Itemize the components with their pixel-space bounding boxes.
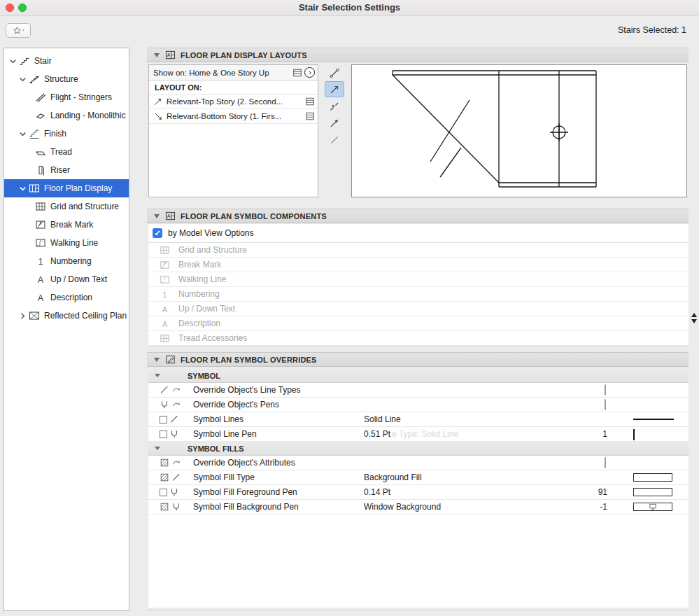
stair-plan-preview[interactable]	[351, 64, 687, 197]
sidebar-item-landing-monolithic[interactable]: Landing - Monolithic	[4, 106, 129, 125]
chevron-down-icon[interactable]	[18, 130, 27, 139]
collapse-triangle-icon[interactable]	[154, 53, 160, 57]
sidebar-item-flight-stringers[interactable]: Flight - Stringers	[4, 88, 129, 106]
flight-stringers-icon	[35, 92, 46, 103]
up-down-text-icon	[35, 274, 46, 285]
layouts-section-header[interactable]: FLOOR PLAN DISPLAY LAYOUTS	[147, 48, 689, 62]
line-type-preview[interactable]	[633, 419, 674, 420]
fill-bg-pen-swatch[interactable]	[633, 503, 672, 511]
override-label: Override Object's Attributes	[193, 458, 295, 468]
symbol-group-header[interactable]: SYMBOL	[148, 369, 689, 383]
component-label: Numbering	[178, 289, 220, 299]
override-row-symbol-line-pen: Symbol Line Pen 0.51 Pte Type: Solid Lin…	[148, 427, 689, 442]
component-label: Tread Accessories	[178, 333, 247, 343]
fill-fg-pen-swatch[interactable]	[633, 488, 672, 496]
star-icon	[13, 26, 22, 35]
sidebar-item-stair[interactable]: Stair	[4, 52, 129, 70]
scroll-up-button[interactable]	[691, 313, 697, 317]
component-row-description: Description	[148, 316, 689, 331]
story-selector-icon[interactable]	[305, 111, 315, 121]
symbol-lines-value[interactable]: Solid Line	[364, 414, 401, 424]
sidebar-item-riser[interactable]: Riser	[4, 161, 129, 179]
window-background-icon	[649, 503, 657, 511]
walking-line-icon	[35, 237, 46, 248]
line-display-option-button-1[interactable]	[325, 64, 344, 80]
collapse-triangle-icon[interactable]	[154, 358, 160, 362]
line-display-option-button-4[interactable]	[325, 115, 344, 131]
sidebar-item-label: Flight - Stringers	[50, 92, 112, 102]
show-on-row[interactable]: Show on: Home & One Story Up	[149, 65, 318, 80]
symbol-line-pen-weight[interactable]: 0.51 Pt	[364, 429, 390, 439]
layout-on-header: LAYOUT ON:	[149, 80, 318, 94]
sidebar-item-label: Up / Down Text	[50, 274, 107, 284]
fill-fg-pen-weight[interactable]: 0.14 Pt	[364, 487, 390, 497]
sidebar-item-structure[interactable]: Structure	[4, 70, 129, 88]
overrides-section-header[interactable]: FLOOR PLAN SYMBOL OVERRIDES	[147, 352, 689, 367]
window-title: Stair Selection Settings	[0, 2, 699, 13]
component-row-numbering: Numbering	[148, 287, 689, 302]
override-attributes-checkbox[interactable]	[605, 457, 606, 468]
favorites-button[interactable]: ›	[6, 23, 31, 38]
sidebar-item-numbering[interactable]: Numbering	[4, 252, 129, 270]
collapse-triangle-icon[interactable]	[155, 374, 160, 377]
symbol-overrides-icon	[165, 354, 176, 365]
floor-plan-components-icon	[165, 211, 176, 221]
plain-line-icon	[329, 134, 340, 146]
stair-icon	[19, 55, 30, 66]
sidebar-item-walking-line[interactable]: Walking Line	[4, 234, 129, 252]
line-display-option-button-3[interactable]	[325, 98, 344, 114]
sidebar-item-label: Tread	[50, 147, 72, 157]
override-arrow-icon	[171, 385, 181, 395]
sidebar-item-label: Grid and Structure	[50, 202, 119, 211]
component-label: Grid and Structure	[178, 245, 247, 255]
sidebar-item-reflected-ceiling-plan[interactable]: Reflected Ceiling Plan D	[4, 307, 129, 325]
override-label: Symbol Fill Foreground Pen	[193, 487, 297, 497]
override-line-types-checkbox[interactable]	[605, 384, 606, 396]
collapse-triangle-icon[interactable]	[155, 447, 160, 450]
override-pens-checkbox[interactable]	[605, 399, 606, 410]
sidebar-item-grid-and-structure[interactable]: Grid and Structure	[4, 197, 129, 216]
stories-icon	[292, 68, 302, 78]
fill-type-swatch[interactable]	[633, 473, 672, 482]
symbol-lines-enable-checkbox[interactable]	[160, 416, 167, 424]
chevron-down-icon[interactable]	[8, 57, 17, 66]
sidebar-item-finish[interactable]: Finish	[4, 125, 129, 143]
sidebar-item-label: Landing - Monolithic	[50, 111, 125, 120]
fill-type-value[interactable]: Background Fill	[364, 472, 422, 482]
symbol-line-pen-enable-checkbox[interactable]	[160, 430, 167, 438]
by-mvo-checkbox[interactable]	[153, 228, 162, 238]
components-section-header[interactable]: FLOOR PLAN SYMBOL COMPONENTS	[147, 209, 689, 223]
line-display-option-button-5[interactable]	[325, 132, 344, 148]
chevron-down-icon[interactable]	[18, 184, 27, 193]
component-label: Description	[178, 318, 220, 328]
story-selector-icon[interactable]	[305, 97, 315, 106]
override-arrow-icon	[171, 458, 181, 468]
collapse-triangle-icon[interactable]	[154, 214, 160, 218]
override-label: Symbol Lines	[193, 414, 243, 424]
section-title: FLOOR PLAN SYMBOL OVERRIDES	[181, 356, 317, 364]
fill-type-icon	[160, 472, 169, 482]
layout-row-bottom-story[interactable]: Relevant-Bottom Story (1. Firs...	[149, 109, 318, 124]
chevron-right-icon[interactable]	[18, 312, 27, 321]
scroll-down-button[interactable]	[691, 319, 697, 323]
chevron-down-icon[interactable]	[18, 75, 27, 84]
line-display-option-button-2[interactable]	[325, 81, 344, 97]
fill-fg-pen-enable-checkbox[interactable]	[160, 489, 167, 496]
component-label: Up / Down Text	[178, 304, 235, 314]
sidebar-item-break-mark[interactable]: Break Mark	[4, 216, 129, 234]
show-on-detail-button[interactable]	[304, 67, 315, 78]
sidebar-item-up-down-text[interactable]: Up / Down Text	[4, 270, 129, 288]
sidebar-item-tread[interactable]: Tread	[4, 143, 129, 161]
pen-color-swatch[interactable]	[633, 429, 635, 440]
symbol-fills-group-header[interactable]: SYMBOL FILLS	[148, 442, 689, 456]
relevant-bottom-story-icon	[153, 111, 163, 121]
fill-bg-pen-value[interactable]: Window Background	[364, 502, 441, 512]
landing-icon	[35, 110, 46, 121]
walking-line-icon	[160, 274, 170, 285]
sidebar-item-floor-plan-display[interactable]: Floor Plan Display	[4, 179, 129, 197]
riser-icon	[35, 164, 46, 176]
scroll-steppers	[691, 311, 698, 326]
reflected-ceiling-plan-icon	[29, 310, 40, 321]
sidebar-item-description[interactable]: Description	[4, 288, 129, 307]
layout-row-top-story[interactable]: Relevant-Top Story (2. Second...	[149, 94, 318, 109]
